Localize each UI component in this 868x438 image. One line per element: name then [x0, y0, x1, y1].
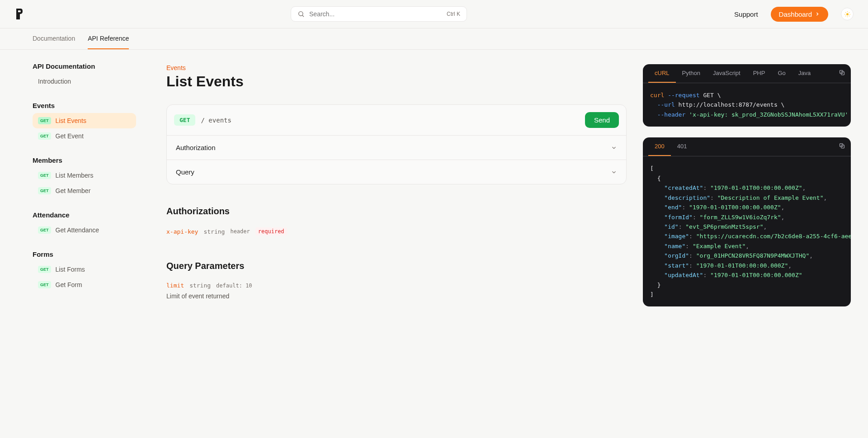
code-tab-python[interactable]: Python [676, 64, 707, 83]
search-shortcut: Ctrl K [447, 11, 460, 17]
sidebar-item-label: List Members [56, 172, 94, 179]
method-badge: GET [38, 117, 51, 124]
dashboard-label: Dashboard [779, 10, 812, 18]
sidebar-item-label: Get Form [56, 281, 82, 288]
svg-line-7 [845, 12, 846, 13]
body: API DocumentationIntroductionEventsGETLi… [0, 50, 868, 435]
request-section-label: Authorization [176, 144, 216, 151]
svg-point-2 [846, 13, 849, 15]
param-name: x-api-key [166, 228, 198, 235]
sidebar-item-list-events[interactable]: GETList Events [33, 113, 136, 128]
authorizations-title: Authorizations [166, 206, 627, 217]
page-title: List Events [166, 73, 627, 90]
request-path: / events [201, 117, 579, 124]
chevron-down-icon [611, 169, 617, 175]
copy-icon [839, 142, 845, 149]
method-badge: GET [38, 132, 51, 140]
param-default: default: 10 [216, 283, 252, 289]
method-badge: GET [38, 187, 51, 194]
top-nav: DocumentationAPI Reference [0, 28, 868, 50]
request-section-label: Query [176, 168, 194, 176]
chevron-right-icon [815, 11, 820, 17]
param-name: limit [166, 282, 184, 289]
svg-line-9 [845, 15, 846, 16]
sidebar-item-label: Get Member [56, 187, 91, 194]
sidebar-heading: Events [33, 102, 136, 109]
topnav-tab-api-reference[interactable]: API Reference [88, 28, 129, 49]
response-code-panel: 200401 [ { "createdAt": "1970-01-01T00:0… [643, 137, 851, 306]
sidebar-item-label: Get Event [56, 132, 84, 140]
breadcrumb: Events [166, 64, 627, 71]
param-location: header [230, 228, 250, 235]
code-tab-java[interactable]: Java [792, 64, 817, 83]
sidebar-item-get-event[interactable]: GETGet Event [33, 128, 136, 144]
param-row-limit: limit string default: 10 [166, 282, 627, 289]
request-method: GET [174, 114, 195, 126]
sidebar-item-get-attendance[interactable]: GETGet Attendance [33, 222, 136, 238]
method-badge: GET [38, 266, 51, 273]
sidebar-item-label: List Forms [56, 266, 85, 273]
search-icon [297, 10, 305, 18]
sidebar-item-list-members[interactable]: GETList Members [33, 168, 136, 183]
sidebar: API DocumentationIntroductionEventsGETLi… [0, 50, 149, 435]
topnav-tab-documentation[interactable]: Documentation [33, 28, 75, 49]
request-section-authorization[interactable]: Authorization [167, 135, 626, 160]
request-section-query[interactable]: Query [167, 160, 626, 184]
copy-button[interactable] [839, 69, 845, 78]
main: Events List Events GET / events Send Aut… [149, 50, 868, 435]
code-column: cURLPythonJavaScriptPHPGoJava curl --req… [643, 64, 851, 317]
copy-button[interactable] [839, 142, 845, 151]
param-description: Limit of event returned [166, 292, 627, 300]
param-row-apikey: x-api-key string header required [166, 227, 627, 235]
code-tab-go[interactable]: Go [771, 64, 792, 83]
search-input[interactable]: Ctrl K [291, 6, 467, 22]
sidebar-heading: API Documentation [33, 62, 136, 70]
sidebar-item-get-form[interactable]: GETGet Form [33, 277, 136, 292]
code-tab-curl[interactable]: cURL [648, 64, 676, 83]
send-button[interactable]: Send [585, 112, 619, 128]
sidebar-item-get-member[interactable]: GETGet Member [33, 183, 136, 198]
request-code-panel: cURLPythonJavaScriptPHPGoJava curl --req… [643, 64, 851, 127]
copy-icon [839, 69, 845, 76]
sidebar-item-label: Get Attendance [56, 226, 99, 234]
chevron-down-icon [611, 145, 617, 151]
method-badge: GET [38, 226, 51, 234]
request-code-tabs: cURLPythonJavaScriptPHPGoJava [643, 64, 851, 83]
logo [14, 8, 24, 20]
request-code-body: curl --request GET \ --url http://localh… [643, 83, 851, 127]
request-box: GET / events Send AuthorizationQuery [166, 104, 627, 184]
content-column: Events List Events GET / events Send Aut… [166, 64, 627, 317]
sidebar-heading: Forms [33, 250, 136, 258]
search-field[interactable] [309, 10, 447, 18]
code-tab-javascript[interactable]: JavaScript [707, 64, 747, 83]
svg-line-10 [849, 12, 849, 13]
param-required: required [255, 227, 287, 235]
request-row: GET / events Send [167, 105, 626, 135]
sidebar-item-label: List Events [56, 117, 86, 124]
code-tab-200[interactable]: 200 [648, 137, 671, 156]
dashboard-button[interactable]: Dashboard [771, 7, 828, 22]
svg-line-8 [849, 15, 849, 16]
sidebar-heading: Members [33, 156, 136, 164]
svg-point-0 [299, 12, 303, 16]
sidebar-heading: Attendance [33, 211, 136, 219]
method-badge: GET [38, 281, 51, 288]
query-params-title: Query Parameters [166, 261, 627, 271]
method-badge: GET [38, 172, 51, 179]
support-link[interactable]: Support [734, 10, 758, 18]
header-right: Support Dashboard [734, 7, 854, 22]
theme-toggle[interactable] [841, 8, 854, 20]
sun-icon [844, 11, 851, 18]
sidebar-item-introduction[interactable]: Introduction [33, 74, 136, 89]
response-code-body: [ { "createdAt": "1970-01-01T00:00:00.00… [643, 156, 851, 306]
code-tab-php[interactable]: PHP [747, 64, 772, 83]
sidebar-item-label: Introduction [38, 78, 71, 85]
sidebar-item-list-forms[interactable]: GETList Forms [33, 262, 136, 277]
code-tab-401[interactable]: 401 [671, 137, 693, 156]
svg-line-1 [302, 15, 304, 17]
param-type: string [203, 228, 225, 235]
response-code-tabs: 200401 [643, 137, 851, 156]
header: Ctrl K Support Dashboard [0, 0, 868, 28]
param-type: string [189, 282, 211, 289]
